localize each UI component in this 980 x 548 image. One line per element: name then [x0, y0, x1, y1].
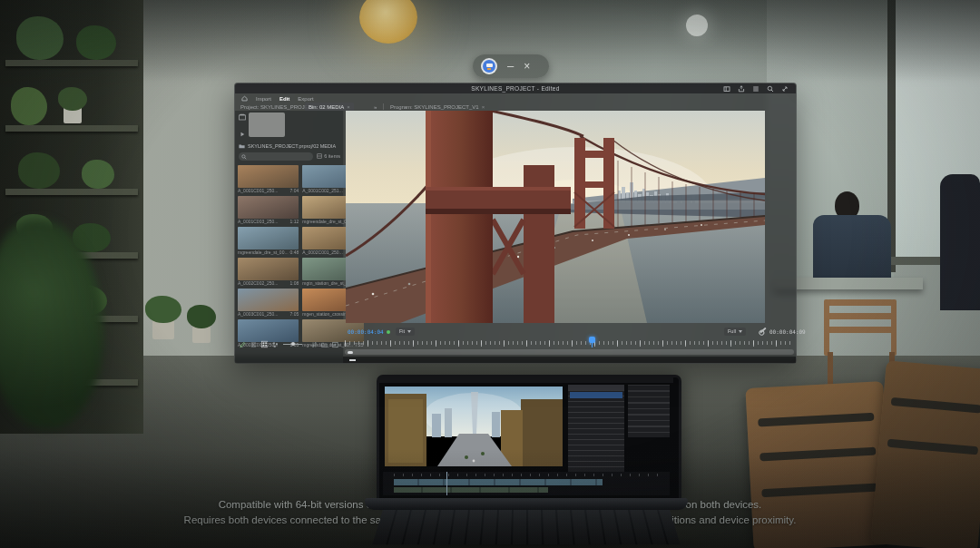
clip-name: mgreendale_dre_st_00... [238, 250, 289, 255]
list-view-icon[interactable] [250, 341, 257, 348]
menu-icon[interactable] [752, 85, 760, 93]
zoom-handle[interactable] [349, 359, 356, 361]
chevron-down-icon [407, 330, 411, 333]
tab-overflow-chevron[interactable]: » [370, 103, 380, 111]
tab-program-monitor[interactable]: Program: SKYLINES_PROJECT_V1 × [387, 103, 488, 111]
current-timecode[interactable]: 00:00:04:04 [348, 328, 384, 335]
clip-duration: 7:04 [290, 188, 299, 193]
playback-resolution-dropdown[interactable]: Full [724, 328, 746, 336]
search-input[interactable] [239, 152, 313, 161]
icon-view-icon[interactable] [261, 340, 269, 348]
clip-grid: A_0001C001_250...7:04 A_0001C002_251...2… [238, 165, 340, 347]
shelf-board [5, 189, 138, 195]
chair-slat-gap [758, 413, 874, 427]
play-preview-icon[interactable] [240, 132, 245, 137]
clip-item[interactable]: A_0001C001_250...7:04 [238, 165, 299, 193]
clip-name: A_0003C001_250... [238, 311, 278, 317]
menu-edit[interactable]: Edit [279, 96, 289, 102]
chevron-down-icon [739, 330, 742, 333]
clip-item[interactable]: A_0001C003_250...1:12 [238, 196, 299, 224]
video-frame[interactable] [346, 111, 765, 323]
plant [16, 16, 64, 60]
new-item-icon[interactable] [332, 341, 338, 348]
titlebar[interactable]: SKYLINES_PROJECT - Edited [235, 83, 796, 93]
clip-duration: 0:48 [290, 250, 299, 255]
plant [58, 87, 87, 111]
chair-frame [824, 299, 829, 356]
clip-item[interactable]: mgreendale_dre_st_00...0:48 [238, 227, 299, 255]
clip-thumbnail[interactable] [238, 227, 299, 250]
resize-diagonal-icon[interactable] [781, 85, 789, 93]
home-icon[interactable] [241, 95, 248, 102]
clip-thumbnail[interactable] [238, 258, 299, 280]
chair-frame [891, 299, 897, 356]
shelf-board [5, 60, 138, 66]
clip-preview-icon [239, 113, 246, 121]
laptop-program-monitor [385, 387, 563, 466]
monitor-time-ruler[interactable] [345, 340, 794, 347]
item-count-label: 6 items [324, 153, 340, 159]
item-count: 6 items [317, 153, 340, 159]
menu-export[interactable]: Export [298, 96, 313, 102]
tab-program-label: Program: SKYLINES_PROJECT_V1 [390, 104, 479, 110]
plant [82, 160, 114, 189]
chair-slat-gap [887, 439, 978, 455]
playhead[interactable] [589, 337, 595, 343]
monitor-glyph [483, 60, 495, 73]
chair-slat-gap [761, 484, 877, 498]
sort-icon[interactable] [311, 341, 318, 348]
plant [18, 152, 60, 189]
plant [76, 25, 116, 60]
clip-thumbnail[interactable] [238, 289, 299, 311]
xr-cafe-scene: Compatible with 64-bit versions of Windo… [0, 0, 980, 548]
laptop-screen [377, 375, 681, 501]
filter-icon[interactable] [317, 153, 322, 159]
clip-duration: 1:08 [290, 280, 299, 286]
clip-item[interactable]: A_0002C002_250...1:08 [238, 258, 299, 286]
monitor-controls-bar: 00:00:04:04 Fit Full 00:00:04:09 [343, 325, 796, 338]
ruler-minor-ticks [345, 341, 794, 345]
clip-thumbnail[interactable] [238, 196, 299, 219]
clip-name: A_0002C001_250... [302, 250, 342, 255]
folder-icon [239, 143, 245, 149]
clip-item[interactable]: A_0003C001_250...7:05 [238, 289, 299, 317]
tab-close-icon[interactable]: × [347, 104, 350, 110]
close-button[interactable]: × [524, 61, 530, 72]
edit-pencil-icon[interactable] [240, 341, 246, 348]
laptop-playhead [446, 472, 447, 495]
zoom-level-dropdown[interactable]: Fit [396, 328, 415, 336]
breadcrumb[interactable]: SKYLINES_PROJECT.prproj/02 MEDIA [239, 142, 340, 150]
workspace-panel-icon[interactable] [723, 85, 730, 93]
zoom-tool-icon[interactable] [767, 85, 774, 93]
settings-wrench-icon[interactable] [760, 328, 766, 334]
monitor-scrollbar[interactable] [345, 349, 794, 355]
bottom-strip [343, 357, 796, 363]
scrollbar-handle[interactable] [348, 351, 353, 354]
chair-slat-gap [760, 447, 876, 462]
app-menubar: Import Edit Export [241, 94, 314, 103]
program-monitor-panel: 00:00:04:04 Fit Full 00:00:04:09 [343, 111, 796, 363]
chair-slat [828, 299, 893, 306]
ceiling-light [686, 15, 708, 36]
tab-close-icon[interactable]: × [482, 104, 485, 110]
share-export-icon[interactable] [738, 85, 745, 93]
minimize-button[interactable]: – [507, 60, 514, 72]
clip-duration: 7:05 [290, 311, 299, 317]
clip-thumbnail[interactable] [238, 165, 299, 188]
freeform-view-icon[interactable] [272, 341, 279, 348]
floor-pot [192, 327, 211, 343]
person-seated [813, 215, 891, 288]
bin-preview-thumbnail [249, 113, 285, 137]
laptop [365, 375, 688, 548]
tab-bin-label: Bin: 02 MEDIA [309, 104, 344, 110]
premiere-virtual-window: SKYLINES_PROJECT - Edited Import Edit Ex… [234, 83, 797, 364]
tab-bin-02-media[interactable]: Bin: 02 MEDIA × [305, 103, 354, 111]
new-bin-icon[interactable] [321, 341, 328, 348]
clip-caption: A_0001C001_250...7:04 [238, 188, 299, 193]
plant [145, 296, 181, 323]
thumbnail-zoom-slider[interactable] [283, 344, 301, 345]
overflow-glyph: » [374, 104, 377, 110]
window-controls-pill: – × [473, 54, 549, 78]
plant [11, 87, 47, 125]
menu-import[interactable]: Import [256, 96, 271, 102]
